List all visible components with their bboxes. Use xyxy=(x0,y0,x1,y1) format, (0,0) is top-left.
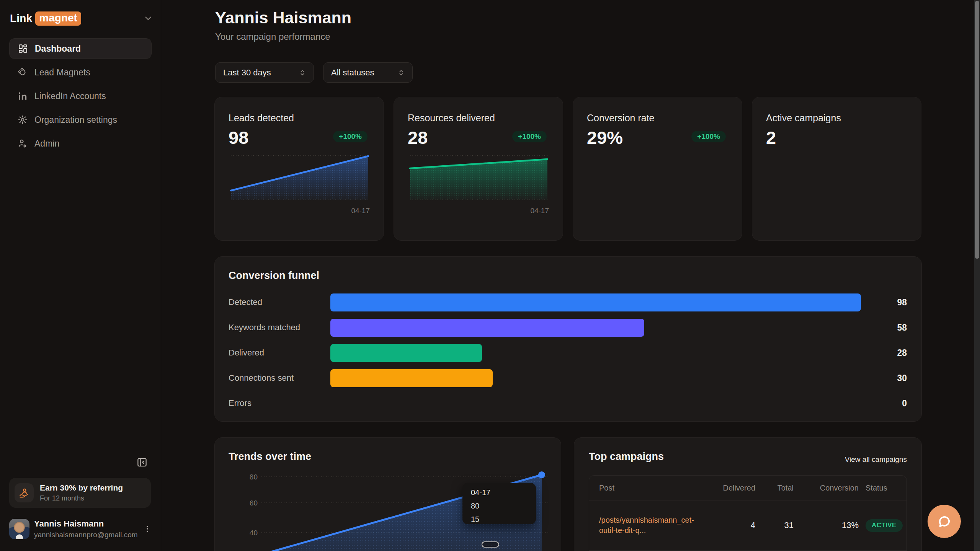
sidebar-nav: Dashboard Lead Magnets LinkedIn Accounts… xyxy=(9,38,152,157)
stat-value: 29% xyxy=(587,127,623,148)
sidebar-item-organization-settings[interactable]: Organization settings xyxy=(9,109,152,130)
user-name: Yannis Haismann xyxy=(34,519,138,529)
logo: Link magnet xyxy=(10,10,153,27)
funnel-row-connections-sent: Connections sent 30 xyxy=(229,365,907,391)
date-range-select[interactable]: Last 30 days xyxy=(215,62,314,83)
chat-bubble-icon xyxy=(936,514,952,530)
post-cell: /posts/yannishaismann_cet- outil-te-dit-… xyxy=(599,515,712,536)
sidebar-item-label: Admin xyxy=(34,139,59,149)
chevron-down-icon[interactable] xyxy=(143,13,153,23)
sidebar-item-dashboard[interactable]: Dashboard xyxy=(9,38,152,59)
funnel-track xyxy=(330,319,861,337)
conversion-cell: 13% xyxy=(794,520,859,530)
campaigns-table: Post Delivered Total Conversion Status /… xyxy=(589,475,907,551)
table-header: Post Delivered Total Conversion Status xyxy=(589,476,906,500)
status-badge: ACTIVE xyxy=(866,519,903,532)
referral-title: Earn 30% by referring xyxy=(40,483,123,492)
main-content: Yannis Haismann Your campaign performanc… xyxy=(161,0,980,551)
referral-hand-user-icon xyxy=(15,483,34,502)
sidebar-item-label: LinkedIn Accounts xyxy=(34,91,106,101)
column-header-delivered: Delivered xyxy=(712,484,755,492)
chart-tooltip: 04-17 80 15 xyxy=(462,483,536,524)
conversion-funnel-card: Conversion funnel Detected 98 Keywords m… xyxy=(214,256,922,422)
referral-subtitle: For 12 months xyxy=(40,494,123,502)
user-email: yannishaismannpro@gmail.com xyxy=(34,531,138,539)
chevrons-up-down-icon xyxy=(298,68,307,77)
stat-card-leads-detected: Leads detected 98 +100% 04-17 xyxy=(214,97,384,241)
delta-badge: +100% xyxy=(512,131,547,142)
funnel-track xyxy=(330,344,861,362)
page-subtitle: Your campaign performance xyxy=(215,31,330,42)
delta-badge: +100% xyxy=(333,131,368,142)
date-range-value: Last 30 days xyxy=(223,68,271,78)
funnel-label: Delivered xyxy=(229,348,330,358)
funnel-row-keywords-matched: Keywords matched 58 xyxy=(229,315,907,340)
funnel-track xyxy=(330,369,861,387)
funnel-bar-connections-sent xyxy=(330,369,493,387)
funnel-label: Keywords matched xyxy=(229,323,330,333)
chart-drag-handle[interactable] xyxy=(482,541,499,548)
page-scrollbar-thumb[interactable] xyxy=(975,1,979,259)
stat-label: Leads detected xyxy=(229,112,294,124)
sidebar-item-admin[interactable]: Admin xyxy=(9,133,152,154)
table-divider xyxy=(589,550,906,551)
view-all-campaigns-link[interactable]: View all campaigns xyxy=(845,455,907,464)
sparkline-chart-green xyxy=(408,152,550,202)
tooltip-date: 04-17 xyxy=(471,488,536,497)
post-link[interactable]: /posts/yannishaismann_cet- outil-te-dit-… xyxy=(599,515,712,536)
stat-label: Conversion rate xyxy=(587,112,654,124)
funnel-row-errors: Errors 0 xyxy=(229,391,907,416)
sidebar-item-linkedin-accounts[interactable]: LinkedIn Accounts xyxy=(9,86,152,106)
funnel-title: Conversion funnel xyxy=(229,270,319,282)
delta-badge: +100% xyxy=(691,131,726,142)
sidebar-collapse-button[interactable] xyxy=(136,456,148,468)
total-cell: 31 xyxy=(755,520,794,530)
user-profile[interactable]: Yannis Haismann yannishaismannpro@gmail.… xyxy=(9,517,154,540)
linkedin-icon xyxy=(18,91,28,101)
funnel-bar-detected xyxy=(330,293,861,311)
sidebar-item-lead-magnets[interactable]: Lead Magnets xyxy=(9,62,152,83)
trends-over-time-card: Trends over time 80 60 40 04-17 xyxy=(214,437,561,551)
stat-value: 2 xyxy=(766,127,776,148)
stat-value: 28 xyxy=(408,127,428,148)
funnel-bar-delivered xyxy=(330,344,482,362)
referral-texts: Earn 30% by referring For 12 months xyxy=(40,483,123,502)
chevrons-up-down-icon xyxy=(397,68,405,77)
funnel-bar-keywords-matched xyxy=(330,319,644,337)
stat-label: Resources delivered xyxy=(408,112,495,124)
delivered-cell: 4 xyxy=(712,520,755,530)
kebab-menu-icon[interactable] xyxy=(141,522,154,535)
tooltip-value-2: 15 xyxy=(471,515,536,524)
status-value: All statuses xyxy=(331,68,374,78)
referral-banner[interactable]: Earn 30% by referring For 12 months xyxy=(9,478,151,508)
funnel-value: 0 xyxy=(861,398,907,409)
gear-icon xyxy=(18,115,28,125)
column-header-status: Status xyxy=(859,484,897,492)
tooltip-value-1: 80 xyxy=(471,502,536,510)
layout-dashboard-icon xyxy=(18,44,28,54)
funnel-rows: Detected 98 Keywords matched 58 Delivere… xyxy=(229,290,907,416)
page-title: Yannis Haismann xyxy=(215,8,351,27)
stat-card-conversion-rate: Conversion rate 29% +100% xyxy=(573,97,742,241)
chat-fab-button[interactable] xyxy=(928,505,961,538)
funnel-value: 58 xyxy=(861,323,907,333)
page-scrollbar-track[interactable] xyxy=(974,0,980,551)
user-texts: Yannis Haismann yannishaismannpro@gmail.… xyxy=(34,519,138,539)
avatar xyxy=(9,519,29,539)
funnel-track xyxy=(330,293,861,311)
column-header-conversion: Conversion xyxy=(794,484,859,492)
funnel-value: 98 xyxy=(861,297,907,308)
column-header-post: Post xyxy=(599,484,712,492)
stat-card-active-campaigns: Active campaigns 2 xyxy=(752,97,921,241)
sidebar-item-label: Lead Magnets xyxy=(34,67,90,78)
sidebar-item-label: Organization settings xyxy=(34,115,117,125)
status-select[interactable]: All statuses xyxy=(323,62,413,83)
stat-card-resources-delivered: Resources delivered 28 +100% 04-17 xyxy=(394,97,563,241)
post-link-line1: /posts/yannishaismann_cet- xyxy=(599,515,712,525)
user-gear-icon xyxy=(18,139,28,148)
funnel-value: 28 xyxy=(861,348,907,358)
funnel-row-delivered: Delivered 28 xyxy=(229,340,907,365)
funnel-label: Connections sent xyxy=(229,373,330,383)
sidebar-item-label: Dashboard xyxy=(35,44,81,54)
magnet-icon xyxy=(18,67,28,77)
